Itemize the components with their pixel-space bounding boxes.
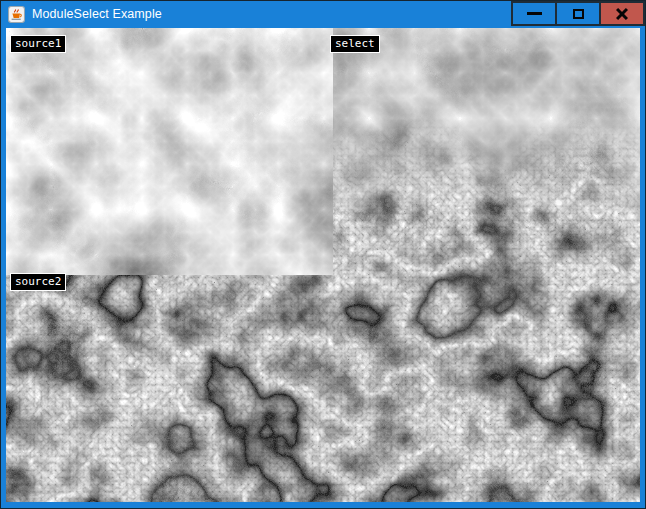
maximize-button[interactable] [555,1,601,26]
minimize-button[interactable] [511,1,557,26]
window-title: ModuleSelect Example [32,7,162,21]
select-label: select [330,35,380,53]
source1-label: source1 [10,35,66,53]
noise-render [6,28,640,502]
close-icon [616,7,629,20]
select-image-cloud-layer [320,28,640,265]
source2-label: source2 [10,273,66,291]
java-coffee-cup-icon [8,6,25,23]
maximize-icon [573,9,584,19]
source2-image [6,265,640,502]
source1-image [6,28,320,265]
titlebar[interactable]: ModuleSelect Example [0,0,646,28]
app-window: ModuleSelect Example [0,0,646,509]
noise-render-canvas: source1 select source2 [6,28,640,502]
close-button[interactable] [599,1,645,26]
minimize-icon [527,12,542,15]
window-controls [513,1,645,26]
